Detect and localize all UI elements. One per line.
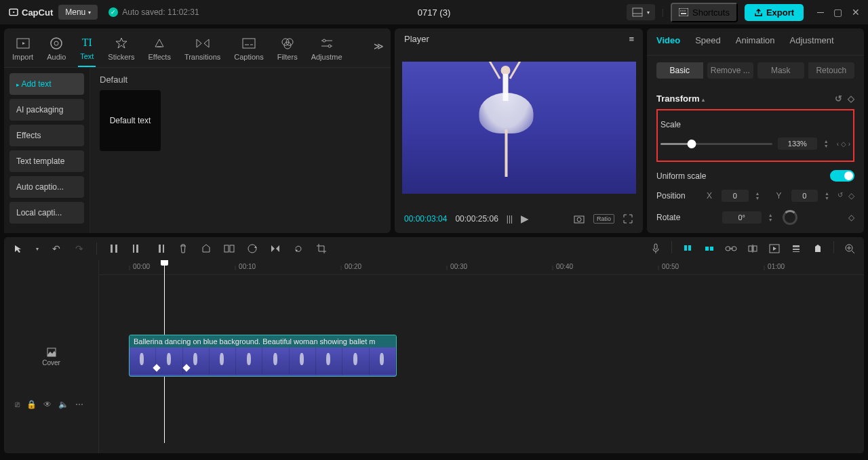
rsub-retouch[interactable]: Retouch [808,62,855,79]
tab-captions[interactable]: Captions [233,33,264,66]
side-add-text[interactable]: Add text [9,73,84,95]
tab-text[interactable]: TIText [78,33,96,67]
rotate-stepper[interactable]: ▲▼ [768,213,773,222]
rsub-mask[interactable]: Mask [757,62,804,79]
menu-button[interactable]: Menu▾ [58,5,98,20]
link-tool[interactable] [724,241,738,256]
cover-button[interactable]: Cover [40,346,63,369]
default-text-thumb[interactable]: Default text [100,90,161,151]
align-tool[interactable] [745,241,760,256]
scale-slider[interactable] [660,143,772,145]
rsub-basic[interactable]: Basic [656,62,703,79]
player-play-button[interactable]: ▶ [521,213,529,225]
cursor-marker-tool[interactable] [810,241,825,256]
side-template[interactable]: Text template [9,150,84,172]
svg-rect-36 [230,245,234,252]
fullscreen-icon[interactable] [623,213,633,224]
scale-keyframe-nav[interactable]: ‹ ◇ › [837,140,850,148]
reset-icon[interactable]: ↺ [835,93,842,104]
y-stepper[interactable]: ▲▼ [825,191,829,201]
position-y-value[interactable]: 0 [791,190,818,202]
tabs-more-icon[interactable]: ≫ [374,41,384,51]
side-effects[interactable]: Effects [9,125,84,146]
trim-left-tool[interactable] [130,241,144,256]
content-heading: Default [100,75,381,85]
rotate-keyframe-icon[interactable]: ◇ [848,213,854,222]
window-minimize[interactable]: ─ [817,7,824,18]
rotate-dial[interactable] [783,210,797,225]
transform-title[interactable]: Transform ▴ [656,93,705,104]
tab-filters[interactable]: Filters [276,33,299,66]
video-preview[interactable] [402,62,636,194]
video-clip[interactable]: Ballerina dancing on blue background. Be… [129,335,397,377]
tab-audio[interactable]: Audio [45,33,67,66]
timeline-ruler[interactable]: 00:00 00:10 00:20 00:30 00:40 00:50 01:0… [99,260,864,275]
delete-tool[interactable] [176,241,191,256]
keyframe-icon[interactable]: ◇ [848,93,854,104]
cursor-tool[interactable] [11,241,26,256]
x-stepper[interactable]: ▲▼ [755,191,760,201]
tab-stickers[interactable]: Stickers [106,33,136,66]
marker-tool[interactable] [199,241,214,256]
redo-button[interactable]: ↷ [72,241,87,256]
rtab-speed[interactable]: Speed [695,35,721,49]
scale-highlight: Scale 133% ▲▼ ‹ ◇ › [656,109,854,162]
scale-value[interactable]: 133% [778,138,817,150]
position-x-value[interactable]: 0 [722,190,749,202]
rtab-adjustment[interactable]: Adjustment [790,35,834,49]
compare-lines-icon[interactable]: ||| [507,214,513,224]
rotate-value[interactable]: 0° [722,211,762,224]
rtab-video[interactable]: Video [656,35,680,49]
position-keyframe-icon[interactable]: ◇ [848,191,854,201]
svg-marker-64 [47,351,56,356]
position-reset-icon[interactable]: ↺ [837,191,843,201]
ratio-button[interactable]: Ratio [593,214,614,224]
undo-button[interactable]: ↶ [49,241,64,256]
track-visible-icon[interactable]: 👁 [43,400,52,409]
crop-tool[interactable] [314,241,329,256]
magnet-tool[interactable] [680,241,695,256]
tab-effects[interactable]: Effects [146,33,172,66]
side-localcaptions[interactable]: Local capti... [9,202,84,224]
svg-marker-28 [15,245,21,253]
tab-transitions[interactable]: Transitions [183,33,222,66]
scale-stepper[interactable]: ▲▼ [824,139,829,148]
loop-tool[interactable] [245,241,260,256]
side-ai-packaging[interactable]: AI packaging [9,99,84,121]
snap-tool[interactable] [702,241,717,256]
preview-tool[interactable] [767,241,782,256]
rotate-tool[interactable] [291,241,306,256]
tab-import[interactable]: Import [11,33,35,66]
snapshot-icon[interactable] [573,213,585,224]
svg-rect-4 [679,8,688,16]
player-menu-icon[interactable]: ≡ [629,34,633,44]
mic-icon[interactable] [648,241,663,256]
cursor-dropdown[interactable]: ▾ [34,241,41,256]
trim-right-tool[interactable] [153,241,167,256]
layout-button[interactable]: ▾ [627,4,655,20]
svg-marker-40 [276,245,279,252]
svg-rect-44 [688,245,691,251]
export-button[interactable]: Export [745,4,804,21]
rtab-animation[interactable]: Animation [736,35,775,49]
track-more-icon[interactable]: ⋯ [75,400,83,409]
split-tool[interactable] [106,241,121,256]
autosave-status: ✓Auto saved: 11:02:31 [108,7,199,17]
window-close[interactable]: ✕ [852,7,860,18]
window-maximize[interactable]: ▢ [833,7,842,18]
tab-adjust[interactable]: Adjustme [310,33,344,66]
rsub-remove[interactable]: Remove ... [707,62,754,79]
mirror-tool[interactable] [268,241,283,256]
uniform-scale-toggle[interactable] [830,170,854,182]
track-collapse-tool[interactable] [789,241,804,256]
side-autocaptions[interactable]: Auto captio... [9,176,84,198]
compound-tool[interactable] [222,241,237,256]
track-lock-icon[interactable]: 🔒 [26,400,37,409]
track-pin-icon[interactable]: ⎚ [15,400,20,409]
zoom-timeline[interactable] [842,241,857,256]
svg-marker-1 [13,12,15,14]
svg-rect-2 [633,8,642,16]
timecode-total: 00:00:25:06 [455,214,498,224]
shortcuts-button[interactable]: Shortcuts [671,3,738,22]
track-audio-icon[interactable]: 🔈 [58,400,68,409]
